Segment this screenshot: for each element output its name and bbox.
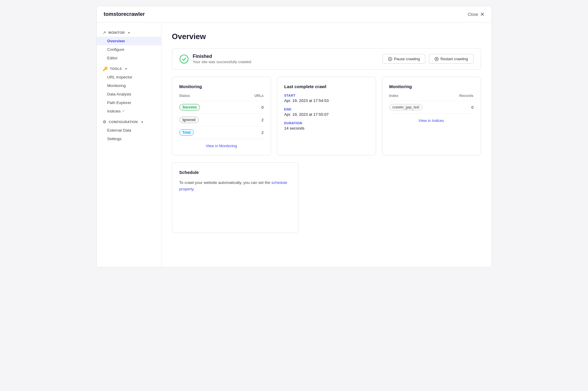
col-index: Index (389, 94, 449, 101)
status-title: Finished (193, 54, 251, 59)
sidebar-item-path-explorer[interactable]: Path Explorer (97, 98, 161, 107)
schedule-card: Schedule To crawl your website automatic… (172, 162, 298, 233)
status-actions: Pause crawling Restart crawling (382, 54, 473, 64)
svg-point-4 (435, 57, 438, 61)
sidebar-item-external-data[interactable]: External Data (97, 126, 161, 135)
crawl-card-title: Last complete crawl (284, 84, 369, 89)
monitor-chevron-icon: ▾ (128, 31, 130, 34)
close-button[interactable]: Close ✕ (468, 12, 485, 17)
crawl-duration-field: DURATION 14 seconds (284, 121, 369, 130)
crawl-end-field: END Apr. 19, 2023 at 17:55:07 (284, 108, 369, 117)
sidebar-item-settings[interactable]: Settings (97, 135, 161, 143)
monitoring-table: Status URLs Success 0 (179, 94, 264, 139)
header: tomstorecrawler Close ✕ (97, 6, 492, 23)
ignored-count: 2 (238, 114, 263, 126)
main-content: Overview Finished Your site was successf… (161, 23, 492, 267)
col-records: Records (448, 94, 473, 101)
status-subtitle: Your site was successfully crawled (193, 60, 251, 64)
svg-rect-2 (390, 58, 390, 60)
index-records: 0 (448, 101, 473, 114)
close-label: Close (468, 12, 478, 17)
view-in-indices-link[interactable]: View in Indices (389, 118, 474, 123)
sidebar-item-monitoring[interactable]: Monitoring (97, 81, 161, 90)
sidebar-item-overview[interactable]: Overview (97, 37, 161, 45)
app-title: tomstorecrawler (104, 11, 145, 17)
index-table: Index Records crawler_gap_test 0 (389, 94, 474, 114)
table-row: Success 0 (179, 101, 264, 114)
index-card-title: Monitoring (389, 84, 474, 89)
external-link-icon: ↗ (122, 109, 124, 113)
svg-point-0 (180, 55, 188, 63)
crawl-start-field: START Apr. 19, 2023 at 17:54:53 (284, 94, 369, 103)
index-card: Monitoring Index Records crawler_gap_t (382, 77, 481, 155)
sidebar-item-url-inspector[interactable]: URL Inspector (97, 73, 161, 81)
schedule-text: To crawl your website automatically, you… (179, 179, 291, 192)
configuration-section: ⚙ CONFIGURATION ▾ External Data Settings (97, 118, 161, 143)
status-banner: Finished Your site was successfully craw… (172, 48, 481, 70)
cards-row: Monitoring Status URLs Success (172, 77, 481, 155)
badge-success: Success (179, 104, 200, 110)
badge-total: Total (179, 129, 194, 136)
table-row: Ignored 2 (179, 114, 264, 126)
crawl-card: Last complete crawl START Apr. 19, 2023 … (277, 77, 376, 155)
col-status: Status (179, 94, 238, 101)
svg-point-1 (388, 57, 392, 61)
monitor-section-header[interactable]: ↗ MONITOR ▾ (97, 28, 161, 37)
badge-ignored: Ignored (179, 117, 199, 123)
monitoring-card-title: Monitoring (179, 84, 264, 89)
tools-icon: 🔑 (103, 66, 108, 71)
monitor-section: ↗ MONITOR ▾ Overview Configure Editor (97, 28, 161, 62)
view-in-monitoring-link[interactable]: View in Monitoring (179, 144, 264, 148)
table-row: Total 2 (179, 126, 264, 139)
schedule-text-before: To crawl your website automatically, you… (179, 180, 271, 185)
status-left: Finished Your site was successfully craw… (179, 54, 251, 64)
success-count: 0 (238, 101, 263, 114)
config-chevron-icon: ▾ (141, 120, 143, 124)
restart-crawling-button[interactable]: Restart crawling (429, 54, 473, 64)
crawl-end-value: Apr. 19, 2023 at 17:55:07 (284, 112, 369, 117)
total-count: 2 (238, 126, 263, 139)
index-badge: crawler_gap_test (389, 104, 422, 110)
tools-section: 🔑 TOOLS ▾ URL Inspector Monitoring Data … (97, 65, 161, 115)
page-title: Overview (172, 32, 481, 41)
col-urls: URLs (238, 94, 263, 101)
monitor-section-label: MONITOR (108, 31, 125, 34)
tools-section-label: TOOLS (110, 67, 122, 71)
configuration-section-header[interactable]: ⚙ CONFIGURATION ▾ (97, 118, 161, 126)
crawl-duration-value: 14 seconds (284, 126, 369, 130)
config-icon: ⚙ (103, 120, 107, 124)
crawl-duration-label: DURATION (284, 121, 369, 125)
crawl-start-label: START (284, 94, 369, 97)
app-container: tomstorecrawler Close ✕ ↗ MONITOR ▾ Over… (96, 6, 492, 267)
sidebar-item-configure[interactable]: Configure (97, 45, 161, 54)
schedule-card-title: Schedule (179, 170, 291, 175)
crawl-end-label: END (284, 108, 369, 111)
pause-icon (388, 57, 392, 61)
body: ↗ MONITOR ▾ Overview Configure Editor 🔑 (97, 23, 492, 267)
monitoring-card: Monitoring Status URLs Success (172, 77, 271, 155)
table-row: crawler_gap_test 0 (389, 101, 474, 114)
tools-section-header[interactable]: 🔑 TOOLS ▾ (97, 65, 161, 73)
pause-crawling-button[interactable]: Pause crawling (382, 54, 425, 64)
monitor-icon: ↗ (103, 30, 106, 35)
sidebar-item-editor[interactable]: Editor (97, 54, 161, 62)
restart-icon (435, 57, 439, 61)
sidebar: ↗ MONITOR ▾ Overview Configure Editor 🔑 (97, 23, 161, 267)
status-check-icon (179, 54, 189, 64)
tools-chevron-icon: ▾ (125, 67, 127, 71)
config-section-label: CONFIGURATION (109, 120, 138, 124)
sidebar-item-data-analysis[interactable]: Data Analysis (97, 90, 161, 98)
close-icon: ✕ (480, 12, 485, 17)
sidebar-item-indicies[interactable]: Indicies ↗ (97, 107, 161, 115)
status-text: Finished Your site was successfully craw… (193, 54, 251, 64)
svg-rect-3 (390, 58, 391, 60)
crawl-start-value: Apr. 19, 2023 at 17:54:53 (284, 98, 369, 103)
